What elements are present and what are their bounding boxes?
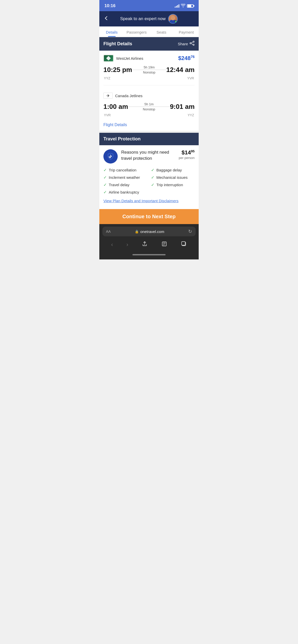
- flight-divider-line-2: [128, 107, 170, 107]
- checkmark-icon: ✓: [103, 182, 107, 187]
- travel-protection-header: Travel Protection: [99, 133, 199, 145]
- flight-details-link[interactable]: Flight Details: [103, 123, 127, 127]
- svg-line-4: [191, 43, 193, 45]
- arrive-airport-2: YYZ: [188, 113, 194, 117]
- svg-line-3: [191, 42, 193, 43]
- check-label: Airline bankruptcy: [109, 190, 139, 194]
- stop-type-2: Nonstop: [143, 107, 155, 111]
- browser-share-button[interactable]: [142, 241, 148, 248]
- share-label: Share: [178, 42, 188, 46]
- arrive-time-2: 9:01 am: [170, 103, 195, 111]
- airline-name-1: WestJet Airlines: [116, 56, 143, 61]
- airline-info-2: ✈ Canada Jetlines: [103, 93, 143, 99]
- airline-row-1: WestJet Airlines $24876: [103, 55, 195, 62]
- battery-icon: [187, 4, 194, 8]
- avatar: [168, 14, 178, 24]
- status-icons: [175, 4, 194, 8]
- flight-card: WestJet Airlines $24876 10:25 pm 5h 19m …: [99, 51, 199, 131]
- flight-price: $24876: [178, 55, 195, 62]
- check-item-mechanical: ✓ Mechanical issues: [151, 175, 195, 180]
- share-icon: [189, 41, 195, 47]
- flight-times-2: 1:00 am 5h 1m Nonstop 9:01 am: [103, 102, 195, 111]
- depart-airport-1: YYZ: [104, 76, 110, 80]
- stop-type-1: Nonstop: [143, 70, 155, 74]
- protection-header-row: Reasons you might need travel protection…: [103, 149, 195, 164]
- flight-line-2: 5h 1m Nonstop: [128, 102, 170, 111]
- tab-passengers[interactable]: Passengers: [124, 26, 149, 37]
- canada-jetlines-logo: ✈: [103, 93, 113, 99]
- travel-protection-card: Reasons you might need travel protection…: [99, 145, 199, 209]
- airline-row-2: ✈ Canada Jetlines: [103, 93, 195, 99]
- checkmark-icon: ✓: [103, 190, 107, 195]
- airport-codes-2: YVR YYZ: [103, 113, 195, 117]
- checkmark-icon: ✓: [151, 168, 154, 172]
- wifi-icon: [181, 4, 185, 8]
- check-item-travel-delay: ✓ Travel delay: [103, 182, 147, 187]
- protection-description: Reasons you might need travel protection: [121, 149, 176, 162]
- browser-bookmarks-button[interactable]: [161, 241, 167, 248]
- check-item-trip-cancel: ✓ Trip cancellation: [103, 168, 147, 172]
- arrive-time-1: 12:44 am: [166, 66, 195, 74]
- reload-button[interactable]: ↻: [188, 229, 192, 234]
- arrive-airport-1: YVR: [187, 76, 194, 80]
- tabs-bar: Details Passengers Seats Payment: [99, 26, 199, 37]
- svg-point-2: [193, 44, 194, 46]
- share-button[interactable]: Share: [178, 41, 195, 47]
- status-bar: 10:16: [99, 0, 199, 11]
- duration-1: 5h 19m: [144, 65, 155, 69]
- travel-protection-title: Travel Protection: [103, 136, 141, 142]
- protection-price-amount: $1495: [182, 149, 195, 156]
- check-label: Trip cancellation: [109, 168, 137, 172]
- browser-nav: ‹ ›: [99, 239, 199, 252]
- continue-button[interactable]: Continue to Next Step: [99, 209, 199, 224]
- checkmark-icon: ✓: [103, 175, 107, 180]
- plane-icon: ✈: [106, 93, 110, 98]
- expert-text: Speak to an expert now: [120, 16, 166, 21]
- shield-icon: [103, 149, 118, 164]
- tab-seats[interactable]: Seats: [149, 26, 174, 37]
- checkmark-icon: ✓: [103, 168, 107, 172]
- check-item-weather: ✓ Inclement weather: [103, 175, 147, 180]
- svg-rect-8: [182, 242, 185, 245]
- expert-area[interactable]: Speak to an expert now: [120, 14, 178, 24]
- tab-payment[interactable]: Payment: [174, 26, 199, 37]
- online-indicator: [174, 20, 177, 23]
- svg-point-0: [193, 41, 194, 42]
- checkmark-icon: ✓: [151, 175, 154, 180]
- flight-times-1: 10:25 pm 5h 19m Nonstop 12:44 am: [103, 65, 195, 74]
- home-indicator-area: [99, 252, 199, 259]
- browser-tabs-button[interactable]: [181, 241, 187, 248]
- airline-name-2: Canada Jetlines: [115, 94, 143, 98]
- tab-details[interactable]: Details: [99, 26, 124, 37]
- depart-time-2: 1:00 am: [103, 103, 128, 111]
- price-main: $248: [178, 55, 191, 62]
- duration-2: 5h 1m: [144, 102, 154, 106]
- protection-price-label: per person: [179, 156, 195, 160]
- text-size-button[interactable]: AA: [106, 229, 111, 233]
- flight-details-header: Flight Details Share: [99, 37, 199, 51]
- airline-info-1: WestJet Airlines: [103, 55, 143, 62]
- browser-forward-button[interactable]: ›: [126, 241, 128, 248]
- browser-back-button[interactable]: ‹: [111, 241, 113, 248]
- flight-row-1: WestJet Airlines $24876 10:25 pm 5h 19m …: [99, 51, 199, 82]
- price-cents: 76: [191, 55, 195, 59]
- flight-details-link-area[interactable]: Flight Details: [99, 119, 199, 131]
- flight-details-title: Flight Details: [103, 41, 132, 47]
- flight-line-1: 5h 19m Nonstop: [132, 65, 166, 74]
- protection-content: Reasons you might need travel protection…: [99, 145, 199, 209]
- svg-point-1: [190, 43, 191, 44]
- address-bar[interactable]: AA 🔒 onetravel.com ↻: [102, 227, 196, 236]
- home-indicator-bar: [132, 254, 166, 255]
- flight-row-2: ✈ Canada Jetlines 1:00 am 5h 1m Nonstop …: [99, 89, 199, 119]
- view-plan-link[interactable]: View Plan Details and Important Disclaim…: [103, 199, 195, 205]
- check-label: Mechanical issues: [156, 175, 188, 180]
- check-item-bankruptcy: ✓ Airline bankruptcy: [103, 190, 147, 195]
- protection-price-display: $1495 per person: [179, 149, 195, 160]
- back-button[interactable]: [103, 15, 109, 22]
- signal-bars-icon: [175, 4, 179, 8]
- check-item-baggage: ✓ Baggage delay: [151, 168, 195, 172]
- protection-checklist: ✓ Trip cancellation ✓ Baggage delay ✓ In…: [103, 168, 195, 195]
- url-area[interactable]: 🔒 onetravel.com: [113, 229, 186, 234]
- depart-time-1: 10:25 pm: [103, 66, 132, 74]
- check-label: Trip interruption: [156, 183, 183, 187]
